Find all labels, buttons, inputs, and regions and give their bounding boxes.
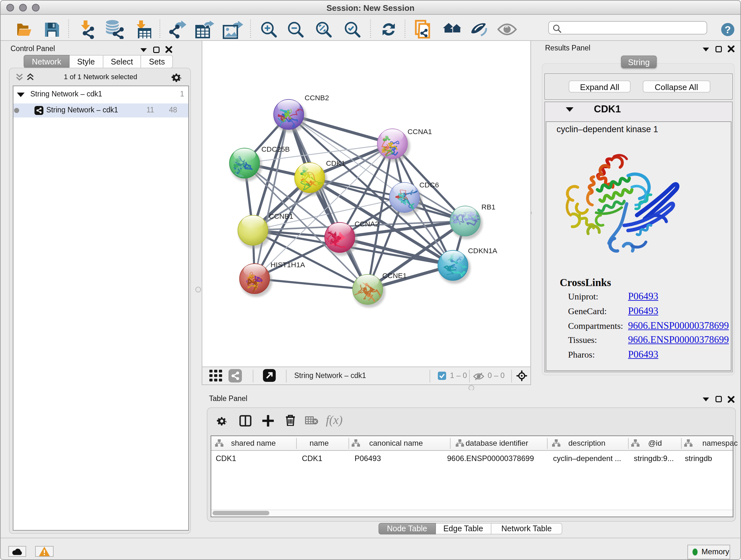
- svg-text:?: ?: [724, 23, 731, 35]
- svg-text:HIST1H1A: HIST1H1A: [271, 261, 306, 269]
- svg-text:CDC6: CDC6: [419, 181, 439, 189]
- svg-text:CCNB1: CCNB1: [269, 212, 293, 220]
- svg-text:CDKN1A: CDKN1A: [468, 247, 498, 255]
- svg-text:CDK1: CDK1: [326, 159, 345, 167]
- svg-text:CCNA2: CCNA2: [354, 220, 379, 228]
- svg-text:RB1: RB1: [482, 203, 495, 211]
- svg-text:CDC25B: CDC25B: [261, 145, 290, 153]
- svg-text:CCNB2: CCNB2: [305, 94, 329, 102]
- svg-text:CCNE1: CCNE1: [382, 272, 407, 280]
- svg-text:CCNA1: CCNA1: [408, 128, 432, 136]
